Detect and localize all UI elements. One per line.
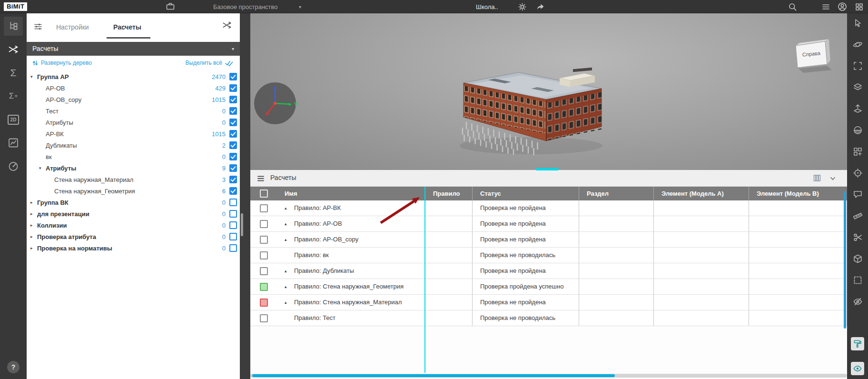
tree-item-checkbox[interactable] xyxy=(229,141,237,149)
3d-viewport[interactable]: Y xyxy=(250,13,847,170)
hide-object-tool[interactable] xyxy=(853,297,863,307)
table-row[interactable]: ▴Правило: АР-ОВ Проверка не пройдена xyxy=(250,216,847,232)
column-header-rule[interactable]: Правило xyxy=(425,187,472,200)
table-row[interactable]: ▴Правило: АР-ВК Проверка не пройдена xyxy=(250,200,847,216)
sum-add-tool[interactable]: Σ+ xyxy=(4,87,23,106)
fit-view-tool[interactable] xyxy=(853,61,863,71)
layers-tool[interactable] xyxy=(853,82,863,92)
tree-item[interactable]: ▸Проверка атрибута0 xyxy=(27,231,240,242)
row-checkbox[interactable] xyxy=(260,283,268,291)
columns-settings-button[interactable] xyxy=(813,174,821,184)
tree-item[interactable]: Тест0 xyxy=(27,105,240,117)
expander-icon[interactable]: ▸ xyxy=(30,211,37,216)
tree-item-checkbox[interactable] xyxy=(229,210,237,218)
briefcase-button[interactable] xyxy=(166,0,175,13)
collapse-triangle-icon[interactable]: ▴ xyxy=(285,216,294,231)
tree-item[interactable]: Дубликаты2 xyxy=(27,140,240,151)
expander-icon[interactable]: ▸ xyxy=(30,246,37,250)
checks-tool[interactable] xyxy=(4,40,23,59)
tree-item-checkbox[interactable] xyxy=(229,233,237,240)
tree-item-checkbox[interactable] xyxy=(229,84,237,92)
section-header[interactable]: Расчеты xyxy=(27,42,240,56)
tree-item-checkbox[interactable] xyxy=(229,130,237,138)
collapse-triangle-icon[interactable]: ▴ xyxy=(285,200,294,216)
table-row[interactable]: ▴Правило: Стена наружная_Геометрия Прове… xyxy=(250,279,847,295)
collapse-triangle-icon[interactable]: ▴ xyxy=(285,263,294,279)
tree-item-checkbox[interactable] xyxy=(229,153,237,160)
section-sphere-tool[interactable] xyxy=(853,125,863,135)
table-row[interactable]: ▴Правило: Стена наружная_Материал Провер… xyxy=(250,295,847,310)
tree-item[interactable]: Стена наружная_Геометрия6 xyxy=(27,185,240,197)
list-menu-button[interactable] xyxy=(821,0,830,13)
help-button[interactable]: ? xyxy=(7,361,20,373)
collapse-table-button[interactable] xyxy=(829,175,837,184)
focus-target-tool[interactable] xyxy=(853,168,863,178)
tree-item[interactable]: Стена наружная_Материал3 xyxy=(27,174,240,185)
column-resize-guide-line[interactable] xyxy=(424,187,425,373)
filter-options-button[interactable] xyxy=(33,22,43,33)
cube-tool[interactable] xyxy=(853,254,863,264)
column-header-name[interactable]: Имя xyxy=(277,187,425,200)
tree-item[interactable]: вк0 xyxy=(27,151,240,162)
checks-panel-button[interactable] xyxy=(222,20,232,32)
cut-tool[interactable] xyxy=(853,232,863,242)
row-checkbox[interactable] xyxy=(260,220,268,228)
search-button[interactable] xyxy=(788,0,797,13)
tree-item[interactable]: ▸Группа ВК0 xyxy=(27,197,240,208)
graphs-tool[interactable] xyxy=(4,133,23,152)
tree-item[interactable]: АР-ОВ429 xyxy=(27,82,240,94)
expander-icon[interactable]: ▾ xyxy=(30,74,37,79)
sum-tool[interactable]: Σ xyxy=(4,63,23,82)
project-settings-button[interactable] xyxy=(518,0,527,13)
tree-item[interactable]: Атрибуты0 xyxy=(27,117,240,128)
workspace-selector-caret[interactable]: ▾ xyxy=(299,0,301,13)
collapse-triangle-icon[interactable]: ▴ xyxy=(285,279,294,294)
workspace-selector[interactable]: Базовое пространство xyxy=(213,0,278,13)
column-header-element-b[interactable]: Элемент (Модель В) xyxy=(749,187,847,200)
column-header-status[interactable]: Статус xyxy=(472,187,579,200)
select-all-link[interactable]: Выделить всё xyxy=(185,60,233,66)
expander-icon[interactable]: ▾ xyxy=(39,166,46,170)
comment-tool[interactable] xyxy=(853,190,863,199)
collapse-triangle-icon[interactable]: ▴ xyxy=(285,295,294,310)
panel-scrollbar-thumb[interactable] xyxy=(241,213,243,236)
tree-item-checkbox[interactable] xyxy=(229,119,237,126)
table-row[interactable]: ▴Правило: Дубликаты Проверка не пройдена xyxy=(250,263,847,279)
tree-item-checkbox[interactable] xyxy=(229,164,237,172)
project-name[interactable]: Школа.. xyxy=(476,0,498,13)
tree-item-checkbox[interactable] xyxy=(229,221,237,229)
extrude-tool[interactable] xyxy=(853,104,863,114)
header-checkbox[interactable] xyxy=(260,190,268,198)
row-checkbox[interactable] xyxy=(260,204,268,212)
column-header-section[interactable]: Раздел xyxy=(579,187,653,200)
row-checkbox[interactable] xyxy=(260,314,268,322)
axis-gizmo[interactable]: Y xyxy=(251,79,299,126)
apps-menu-button[interactable] xyxy=(855,0,864,13)
row-checkbox[interactable] xyxy=(260,299,268,307)
tree-item[interactable]: АР-ОВ_copy1015 xyxy=(27,94,240,105)
tree-item-checkbox[interactable] xyxy=(229,244,237,252)
expander-icon[interactable]: ▸ xyxy=(30,234,37,239)
expand-tree-link[interactable]: Развернуть дерево xyxy=(32,60,92,66)
tree-item[interactable]: ▸для презентации0 xyxy=(27,208,240,219)
select-tool[interactable] xyxy=(853,18,863,28)
tree-item-checkbox[interactable] xyxy=(229,107,237,115)
table-row[interactable]: ▴Правило: АР-ОВ_copy Проверка не пройден… xyxy=(250,232,847,248)
visibility-tool[interactable] xyxy=(851,362,864,375)
table-menu-button[interactable] xyxy=(256,174,265,185)
tree-item[interactable]: ▾Атрибуты9 xyxy=(27,162,240,174)
tree-item[interactable]: ▸Коллизии0 xyxy=(27,219,240,231)
tree-item-checkbox[interactable] xyxy=(229,176,237,183)
tree-item[interactable]: ▾Группа АР2470 xyxy=(27,71,240,82)
tree-item-checkbox[interactable] xyxy=(229,187,237,195)
table-row[interactable]: Правило: вк Проверка не проводилась xyxy=(250,248,847,263)
expander-icon[interactable]: ▸ xyxy=(30,200,37,205)
tree-item[interactable]: АР-ВК1015 xyxy=(27,128,240,140)
share-button[interactable] xyxy=(536,0,545,13)
area-select-tool[interactable] xyxy=(853,275,863,285)
horizontal-scrollbar-thumb[interactable] xyxy=(252,374,615,377)
2d-view-tool[interactable]: 2D xyxy=(4,110,23,129)
column-header-element-a[interactable]: Элемент (Модель А) xyxy=(653,187,749,200)
tree-item-checkbox[interactable] xyxy=(229,96,237,103)
select-all-checkbox[interactable] xyxy=(250,187,277,200)
